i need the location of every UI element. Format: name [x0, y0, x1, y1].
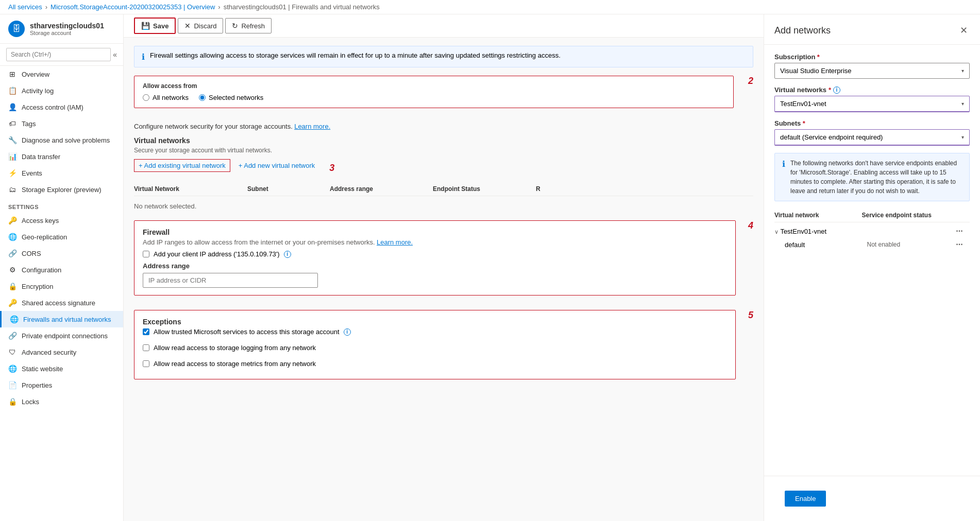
firewall-learn-more[interactable]: Learn more. [377, 238, 413, 246]
radio-selected-networks[interactable]: Selected networks [199, 94, 263, 101]
radio-group: All networks Selected networks [143, 94, 725, 101]
expand-icon[interactable]: ∨ [774, 229, 779, 235]
subscription-value: Visual Studio Enterprise [780, 67, 852, 75]
sidebar-item-advanced-security[interactable]: 🛡Advanced security [0, 344, 123, 360]
step-2-marker: 2 [748, 76, 753, 86]
sidebar-item-label: Diagnose and solve problems [22, 136, 110, 144]
panel-network-name: TestEnv01-vnet [780, 228, 826, 235]
virtual-networks-section: Virtual networks Secure your storage acc… [134, 136, 753, 214]
firewall-desc: Add IP ranges to allow access from the i… [143, 238, 727, 246]
client-ip-checkbox[interactable] [143, 251, 149, 257]
cors-icon: 🔗 [8, 249, 16, 257]
firewalls-icon: 🌐 [10, 315, 18, 323]
collapse-icon[interactable]: « [113, 50, 117, 59]
sidebar-item-cors[interactable]: 🔗CORS [0, 245, 123, 262]
toolbar: 💾 Save ✕ Discard ↻ Refresh [124, 14, 764, 38]
sidebar-item-data-transfer[interactable]: 📊Data transfer [0, 148, 123, 165]
col-subnet: Subnet [247, 185, 330, 193]
main-content: ℹ Firewall settings allowing access to s… [124, 38, 764, 521]
sidebar-item-label: Overview [22, 71, 49, 78]
subscription-label: Subscription * [774, 53, 970, 61]
chevron-down-icon: ▾ [961, 68, 964, 74]
save-button[interactable]: 💾 Save [134, 18, 176, 34]
static-website-icon: 🌐 [8, 364, 16, 373]
chevron-down-icon-vnet: ▾ [961, 101, 964, 107]
sidebar-item-firewalls[interactable]: 🌐Firewalls and virtual networks [0, 311, 123, 327]
breadcrumb-account[interactable]: Microsoft.StorageAccount-20200320025353 … [50, 3, 215, 11]
vnet-actions: + Add existing virtual network + Add new… [134, 159, 315, 172]
sidebar-item-activity-log[interactable]: 📋Activity log [0, 82, 123, 99]
sidebar-item-label: Configuration [22, 266, 61, 274]
panel-network-group: ∨ TestEnv01-vnet ··· default Not enabled… [774, 224, 970, 251]
sidebar-item-locks[interactable]: 🔒Locks [0, 393, 123, 410]
sidebar-item-access-keys[interactable]: 🔑Access keys [0, 212, 123, 229]
sidebar-item-static-website[interactable]: 🌐Static website [0, 360, 123, 377]
vnet-table-header: Virtual Network Subnet Address range End… [134, 182, 753, 196]
exception-checkbox-read-logging[interactable] [143, 344, 149, 351]
subnets-value: default (Service endpoint required) [780, 133, 883, 141]
encryption-icon: 🔒 [8, 282, 16, 290]
exception-checkbox-trusted-ms[interactable] [143, 328, 149, 335]
sidebar-item-storage-explorer[interactable]: 🗂Storage Explorer (preview) [0, 181, 123, 198]
allow-access-label: Allow access from [143, 82, 725, 90]
virtual-networks-dropdown[interactable]: TestEnv01-vnet ▾ [774, 96, 970, 112]
exception-item-read-metrics: Allow read access to storage metrics fro… [143, 360, 727, 368]
chevron-down-icon-subnet: ▾ [961, 134, 964, 140]
sidebar-item-encryption[interactable]: 🔒Encryption [0, 278, 123, 294]
virtual-networks-label: Virtual networks * i [774, 86, 970, 94]
sidebar-item-label: Activity log [22, 87, 54, 95]
sidebar-item-access-control[interactable]: 👤Access control (IAM) [0, 99, 123, 115]
add-new-vnet-button[interactable]: + Add new virtual network [239, 160, 315, 171]
vnet-title: Virtual networks [134, 136, 753, 145]
sidebar-item-properties[interactable]: 📄Properties [0, 377, 123, 393]
enable-button[interactable]: Enable [785, 491, 826, 507]
sidebar-item-label: Properties [22, 381, 52, 389]
panel-info-icon: ℹ [782, 159, 785, 196]
storage-explorer-icon: 🗂 [8, 185, 16, 194]
subscription-dropdown[interactable]: Visual Studio Enterprise ▾ [774, 63, 970, 79]
sidebar-item-label: Encryption [22, 283, 53, 290]
subnets-dropdown[interactable]: default (Service endpoint required) ▾ [774, 129, 970, 146]
subnets-label: Subnets * [774, 119, 970, 127]
shared-access-icon: 🔑 [8, 299, 16, 307]
step-4-marker: 4 [748, 220, 753, 231]
virtual-networks-info-icon[interactable]: i [833, 86, 840, 94]
sidebar-item-geo-replication[interactable]: 🌐Geo-replication [0, 229, 123, 245]
sidebar-item-tags[interactable]: 🏷Tags [0, 115, 123, 132]
network-group-menu-button[interactable]: ··· [949, 227, 970, 236]
sidebar-item-private-endpoint[interactable]: 🔗Private endpoint connections [0, 327, 123, 344]
sidebar-header: 🗄 stharvestingclouds01 Storage account [0, 14, 123, 44]
sidebar-item-diagnose[interactable]: 🔧Diagnose and solve problems [0, 132, 123, 148]
refresh-button[interactable]: ↻ Refresh [225, 18, 272, 33]
exceptions-section: Exceptions Allow trusted Microsoft servi… [134, 310, 736, 379]
panel-table: Virtual network Service endpoint status … [774, 209, 970, 251]
sidebar-search-area: « [0, 44, 123, 66]
search-input[interactable] [6, 48, 111, 61]
sidebar-account-type: Storage account [30, 30, 104, 36]
sidebar-item-shared-access[interactable]: 🔑Shared access signature [0, 294, 123, 311]
exception-info-icon[interactable]: i [344, 328, 351, 336]
sidebar-item-configuration[interactable]: ⚙Configuration [0, 262, 123, 278]
storage-icon: 🗄 [8, 21, 25, 37]
radio-all-networks[interactable]: All networks [143, 94, 189, 101]
exception-label: Allow read access to storage metrics fro… [154, 360, 316, 368]
radio-selected-input[interactable] [199, 94, 206, 101]
client-ip-info-icon[interactable]: i [284, 251, 291, 258]
sidebar-item-label: Shared access signature [22, 299, 95, 307]
configure-learn-more[interactable]: Learn more. [294, 123, 330, 130]
sidebar-item-events[interactable]: ⚡Events [0, 165, 123, 181]
sidebar-item-label: Data transfer [22, 153, 60, 161]
address-range-input[interactable] [143, 273, 318, 288]
right-panel-footer: Enable [764, 476, 980, 521]
exception-checkbox-read-metrics[interactable] [143, 360, 149, 367]
subnet-row-menu-button[interactable]: ··· [949, 240, 970, 249]
sidebar-item-overview[interactable]: ⊞Overview [0, 66, 123, 82]
breadcrumb-all-services[interactable]: All services [8, 3, 42, 11]
panel-col-status: Service endpoint status [862, 212, 950, 219]
discard-button[interactable]: ✕ Discard [178, 18, 223, 33]
close-panel-button[interactable]: ✕ [958, 23, 970, 38]
radio-all-input[interactable] [143, 94, 149, 101]
add-existing-vnet-button[interactable]: + Add existing virtual network [134, 159, 230, 172]
col-virtual-network: Virtual Network [134, 185, 247, 193]
sidebar-item-label: Geo-replication [22, 233, 67, 241]
